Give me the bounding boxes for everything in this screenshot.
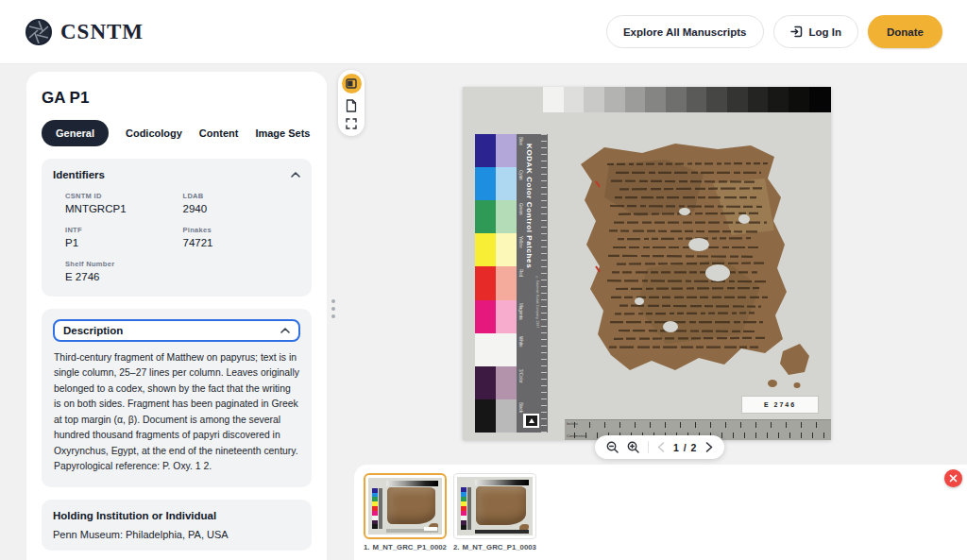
identifier-field: Shelf Number E 2746 <box>65 260 183 282</box>
thumbnail-image <box>364 473 447 539</box>
kodak-patch <box>496 266 517 299</box>
chevron-left-icon <box>657 442 665 452</box>
identifiers-header[interactable]: Identifiers <box>53 169 300 180</box>
description-heading: Description <box>63 325 123 336</box>
gallery-view-button[interactable] <box>342 74 362 93</box>
thumbnail-image <box>453 473 536 539</box>
kodak-patch <box>475 233 496 266</box>
kodak-patch <box>475 333 496 366</box>
identifier-field: INTF P1 <box>65 226 183 248</box>
kodak-patch <box>496 333 517 366</box>
kodak-patch <box>475 200 496 233</box>
chevron-right-icon <box>705 442 713 452</box>
filmstrip-panel: 1. M_NT_GRC_P1_0002 2. M_NT_GRC_P1_0003 <box>354 465 967 560</box>
holding-value: Penn Museum: Philadelphia, PA, USA <box>53 529 300 540</box>
identifiers-heading: Identifiers <box>53 169 105 180</box>
kodak-patch <box>475 300 496 333</box>
close-icon <box>949 474 958 483</box>
grayscale-calibration-bar <box>543 87 831 112</box>
page-indicator: 1 / 2 <box>673 442 697 453</box>
kodak-ruler-ticks <box>541 134 547 433</box>
shelf-number-label: E 2746 <box>742 397 818 413</box>
identifier-field: CSNTM ID MNTGRCP1 <box>65 192 183 214</box>
chevron-up-icon <box>280 328 290 333</box>
top-nav: CSNTM Explore All Manuscripts Log In Don… <box>0 0 967 64</box>
kodak-patch <box>496 233 517 266</box>
zoom-out-icon <box>606 441 619 453</box>
chevron-up-icon <box>291 172 300 178</box>
tab-image-sets[interactable]: Image Sets <box>255 120 310 146</box>
thumbnail-list: 1. M_NT_GRC_P1_0002 2. M_NT_GRC_P1_0003 <box>364 473 967 552</box>
tab-content[interactable]: Content <box>199 120 239 146</box>
explore-all-manuscripts-button[interactable]: Explore All Manuscripts <box>606 15 764 48</box>
previous-page-button[interactable] <box>657 442 665 452</box>
brand-name: CSNTM <box>60 20 144 44</box>
identifier-field: LDAB 2940 <box>183 192 301 214</box>
login-label: Log In <box>809 26 842 38</box>
thumbnail-2[interactable]: 2. M_NT_GRC_P1_0003 <box>453 473 536 552</box>
login-button[interactable]: Log In <box>773 15 859 48</box>
panel-resize-handle[interactable] <box>331 299 335 318</box>
donate-button[interactable]: Donate <box>868 15 942 48</box>
kodak-patch <box>475 134 496 167</box>
tab-codicology[interactable]: Codicology <box>126 120 182 146</box>
nav-actions: Explore All Manuscripts Log In Donate <box>606 15 942 48</box>
page-title: GA P1 <box>42 89 312 108</box>
identifier-fields: CSNTM ID MNTGRCP1 LDAB 2940 INTF P1 Pina… <box>53 180 300 286</box>
kodak-patch <box>475 167 496 200</box>
kodak-logo-icon <box>523 414 539 428</box>
next-page-button[interactable] <box>705 442 713 452</box>
kodak-patch <box>496 167 517 200</box>
zoom-in-icon <box>627 441 639 453</box>
kodak-patch <box>496 200 517 233</box>
fullscreen-icon <box>346 118 357 129</box>
kodak-patch <box>475 399 496 433</box>
kodak-patch-grid <box>475 134 517 433</box>
manuscript-details-panel: GA P1 General Codicology Content Image S… <box>26 72 327 560</box>
zoom-in-button[interactable] <box>627 441 639 453</box>
kodak-patch <box>475 266 496 299</box>
tab-general[interactable]: General <box>42 120 109 146</box>
zoom-out-button[interactable] <box>606 441 619 453</box>
description-header[interactable]: Description <box>53 319 300 342</box>
holding-heading: Holding Institution or Individual <box>53 510 300 521</box>
kodak-copyright: © Eastman Kodak Company, 1997 <box>534 276 538 328</box>
brand-logo[interactable]: CSNTM <box>25 18 144 46</box>
manuscript-image[interactable]: BlueCyanGreenYellowRedMagentaWhite3/Colo… <box>463 87 831 440</box>
identifiers-section: Identifiers CSNTM ID MNTGRCP1 LDAB 2940 … <box>42 159 312 297</box>
papyrus-fragment <box>552 127 817 400</box>
thumbnail-1[interactable]: 1. M_NT_GRC_P1_0002 <box>364 473 447 552</box>
holding-institution-section: Holding Institution or Individual Penn M… <box>42 500 312 551</box>
page-icon <box>346 99 357 112</box>
kodak-patch <box>496 134 517 167</box>
thumbnail-caption: 2. M_NT_GRC_P1_0003 <box>453 543 536 552</box>
kodak-title: KODAK Color Control Patches <box>525 144 533 268</box>
fullscreen-button[interactable] <box>346 118 357 129</box>
kodak-patch <box>475 366 496 399</box>
viewer-toolbar <box>338 70 365 136</box>
gallery-view-icon <box>346 78 357 89</box>
description-text: Third-century fragment of Matthew on pap… <box>53 350 300 477</box>
kodak-patch <box>496 366 517 399</box>
kodak-names: BlueCyanGreenYellowRedMagentaWhite3/Colo… <box>517 134 525 433</box>
close-filmstrip-button[interactable] <box>944 469 962 487</box>
login-icon <box>790 25 803 38</box>
viewer-pager: 1 / 2 <box>595 435 724 459</box>
single-page-button[interactable] <box>346 99 357 112</box>
kodak-patch <box>496 300 517 333</box>
detail-tabs: General Codicology Content Image Sets <box>42 120 312 146</box>
csntm-logo-icon <box>25 18 53 46</box>
kodak-ruler-strip: BlueCyanGreenYellowRedMagentaWhite3/Colo… <box>517 134 548 433</box>
kodak-patch <box>496 399 517 433</box>
description-section: Description Third-century fragment of Ma… <box>42 309 312 487</box>
thumbnail-caption: 1. M_NT_GRC_P1_0002 <box>364 543 447 552</box>
identifier-field: Pinakes 74721 <box>183 226 301 248</box>
